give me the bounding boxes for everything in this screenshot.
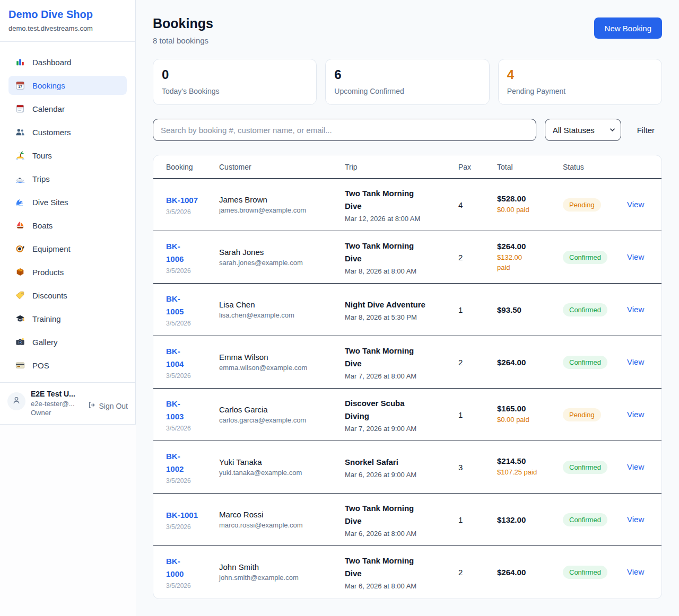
booking-date: 3/5/2026 xyxy=(166,425,206,432)
booking-ref-link[interactable]: BK-1001 xyxy=(166,509,198,522)
trip-datetime: Mar 7, 2026 at 8:00 AM xyxy=(345,372,446,380)
view-link[interactable]: View xyxy=(627,200,644,209)
sidebar-item-discounts[interactable]: Discounts xyxy=(8,286,127,305)
trip-name: Snorkel Safari xyxy=(345,456,446,469)
sidebar-item-dive-sites[interactable]: Dive Sites xyxy=(8,192,127,212)
booking-ref-link[interactable]: BK- 1002 xyxy=(166,450,184,476)
column-header-booking: Booking xyxy=(153,155,213,179)
sidebar-item-bookings[interactable]: 17 Bookings xyxy=(8,76,127,95)
view-link[interactable]: View xyxy=(627,305,644,314)
booking-ref-link[interactable]: BK- 1006 xyxy=(166,240,184,266)
sidebar-item-label: Dive Sites xyxy=(32,198,68,207)
sidebar-item-gallery[interactable]: Gallery xyxy=(8,332,127,351)
sign-out-button[interactable]: Sign Out xyxy=(88,401,128,411)
sidebar-item-label: Boats xyxy=(32,221,53,230)
page-subtitle: 8 total bookings xyxy=(153,36,213,45)
view-link[interactable]: View xyxy=(627,252,644,261)
sidebar-nav: Dashboard 17 Bookings Calendar Customers… xyxy=(0,42,135,382)
pax-count: 2 xyxy=(452,231,491,284)
sidebar-item-training[interactable]: Training xyxy=(8,309,127,328)
sidebar-item-trips[interactable]: Trips xyxy=(8,169,127,188)
person-icon xyxy=(12,395,21,407)
sidebar-item-boats[interactable]: Boats xyxy=(8,216,127,235)
view-link[interactable]: View xyxy=(627,462,644,471)
bar-chart-icon xyxy=(15,57,25,67)
booking-ref-link[interactable]: BK- 1003 xyxy=(166,398,184,423)
stat-value: 6 xyxy=(334,67,480,82)
sidebar-item-label: Calendar xyxy=(32,104,65,113)
trip-name: Two Tank Morning Dive xyxy=(345,502,446,527)
booking-ref-link[interactable]: BK- 1000 xyxy=(166,555,184,580)
main-content: Bookings 8 total bookings New Booking 0 … xyxy=(136,0,679,599)
booking-date: 3/5/2026 xyxy=(166,208,206,216)
customer-email: yuki.tanaka@example.com xyxy=(219,469,332,477)
sidebar-item-tours[interactable]: Tours xyxy=(8,146,127,165)
total-amount: $264.00 xyxy=(497,242,550,251)
new-booking-button[interactable]: New Booking xyxy=(594,17,662,39)
sidebar-item-customers[interactable]: Customers xyxy=(8,122,127,142)
trip-datetime: Mar 8, 2026 at 5:30 PM xyxy=(345,313,446,321)
sidebar-item-products[interactable]: Products xyxy=(8,262,127,281)
customers-icon xyxy=(15,127,25,137)
trip-name: Two Tank Morning Dive xyxy=(345,240,446,265)
speedboat-icon xyxy=(15,173,25,184)
customer-email: james.brown@example.com xyxy=(219,206,332,214)
search-input[interactable] xyxy=(153,119,536,141)
sidebar-item-label: Customers xyxy=(32,128,71,137)
view-link[interactable]: View xyxy=(627,515,644,524)
status-badge: Pending xyxy=(563,408,601,421)
customer-name: Sarah Jones xyxy=(219,248,332,257)
island-icon xyxy=(15,150,25,161)
view-link[interactable]: View xyxy=(627,567,644,576)
booking-date: 3/5/2026 xyxy=(166,582,206,589)
view-link[interactable]: View xyxy=(627,357,644,366)
calendar-17-icon: 17 xyxy=(15,80,25,91)
customer-email: emma.wilson@example.com xyxy=(219,364,332,372)
customer-email: marco.rossi@example.com xyxy=(219,521,332,529)
trip-name: Night Dive Adventure xyxy=(345,298,446,311)
status-filter-select[interactable]: All Statuses xyxy=(545,119,621,141)
page-title: Bookings xyxy=(153,16,213,31)
wave-icon xyxy=(15,197,25,207)
sidebar-item-label: Training xyxy=(32,314,61,323)
sidebar-item-dashboard[interactable]: Dashboard xyxy=(8,52,127,72)
trip-datetime: Mar 6, 2026 at 9:00 AM xyxy=(345,471,446,479)
booking-ref-link[interactable]: BK- 1005 xyxy=(166,293,184,318)
customer-name: James Brown xyxy=(219,195,332,204)
customer-email: john.smith@example.com xyxy=(219,574,332,582)
filter-button[interactable]: Filter xyxy=(630,126,662,135)
trip-name: Discover Scuba Diving xyxy=(345,397,446,423)
trip-datetime: Mar 7, 2026 at 9:00 AM xyxy=(345,425,446,433)
column-header-pax: Pax xyxy=(452,155,491,179)
sidebar-item-pos[interactable]: POS xyxy=(8,356,127,375)
controls-row: All Statuses Filter xyxy=(153,119,662,141)
calendar-icon xyxy=(15,103,25,114)
column-header-status: Status xyxy=(556,155,621,179)
view-link[interactable]: View xyxy=(627,410,644,419)
trip-datetime: Mar 6, 2026 at 8:00 AM xyxy=(345,530,446,538)
total-amount: $264.00 xyxy=(497,568,550,577)
sidebar-item-label: Gallery xyxy=(32,338,58,347)
status-badge: Confirmed xyxy=(563,251,607,264)
below-sidebar-filler xyxy=(0,425,136,616)
status-badge: Confirmed xyxy=(563,461,607,474)
sidebar-item-label: Dashboard xyxy=(32,58,71,67)
booking-date: 3/5/2026 xyxy=(166,477,206,485)
booking-date: 3/5/2026 xyxy=(166,320,206,327)
column-header-total: Total xyxy=(491,155,556,179)
pax-count: 1 xyxy=(452,494,491,546)
table-row: BK-1007 3/5/2026 James Brown james.brown… xyxy=(153,179,661,231)
customer-name: Carlos Garcia xyxy=(219,405,332,414)
booking-ref-link[interactable]: BK-1007 xyxy=(166,194,198,207)
camera-icon xyxy=(15,337,25,347)
sidebar-item-equipment[interactable]: Equipment xyxy=(8,239,127,258)
column-header-actions xyxy=(621,155,661,179)
user-role: Owner xyxy=(31,409,75,418)
stat-value: 4 xyxy=(507,67,653,82)
brand-block: Demo Dive Shop demo.test.divestreams.com xyxy=(0,0,135,42)
paid-amount: $0.00 paid xyxy=(497,205,550,215)
column-header-customer: Customer xyxy=(213,155,338,179)
sidebar-item-calendar[interactable]: Calendar xyxy=(8,99,127,118)
sidebar-item-label: Discounts xyxy=(32,291,67,300)
booking-ref-link[interactable]: BK- 1004 xyxy=(166,345,184,371)
